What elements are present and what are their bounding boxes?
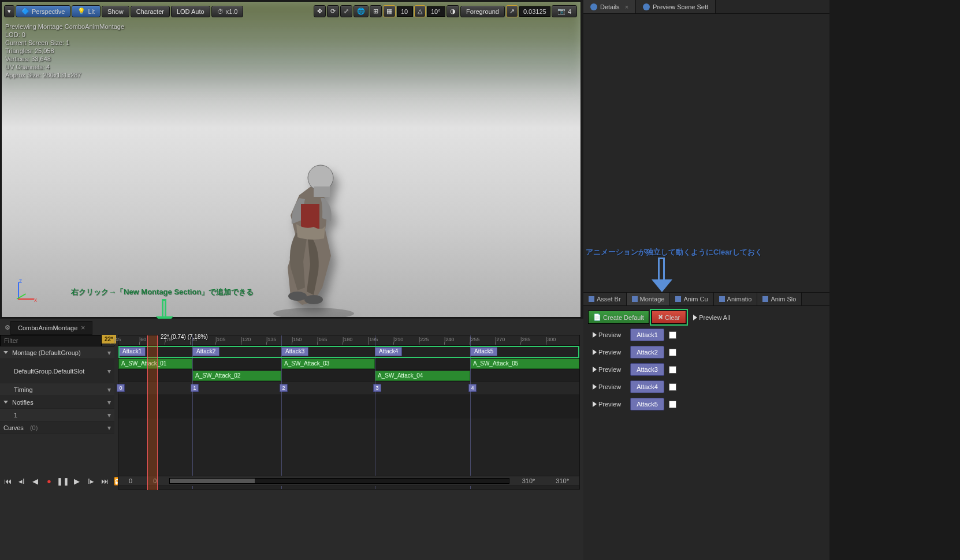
step-forward-icon[interactable]: Ⅰ▸ <box>85 476 96 486</box>
play-forward-icon[interactable]: ▶ <box>72 476 82 486</box>
play-icon <box>593 332 597 338</box>
bottom-tab[interactable]: Anim Cu <box>670 293 713 305</box>
section-checkbox[interactable] <box>669 366 676 374</box>
section-chip[interactable]: Attack3 <box>281 347 308 356</box>
track-dropdown-icon[interactable]: ▾ <box>107 411 111 419</box>
anim-clip[interactable]: A_SW_Attack_05 <box>470 359 579 369</box>
lod-button[interactable]: LOD Auto <box>171 6 210 17</box>
section-checkbox[interactable] <box>669 383 676 391</box>
section-name-chip[interactable]: Attack5 <box>630 398 664 410</box>
track-timing[interactable]: Timing ▾ <box>0 383 114 396</box>
track-slot[interactable]: DefaultGroup.DefaultSlot ▾ <box>0 359 114 383</box>
section-name-chip[interactable]: Attack3 <box>630 363 664 376</box>
timeline-panel: ⚙ ComboAnimMontage × 🔍 22* Montage (Defa… <box>0 319 583 560</box>
viewport-menu-dropdown[interactable]: ▾ <box>4 5 14 17</box>
track-dropdown-icon[interactable]: ▾ <box>107 398 111 406</box>
bottom-tab[interactable]: Anim Slo <box>757 293 802 305</box>
montage-tab[interactable]: ComboAnimMontage × <box>10 321 92 335</box>
anim-clip[interactable]: A_SW_Attack_03 <box>281 359 375 369</box>
timeline-scrubber[interactable]: 22* (0.74) (7.18%) <box>147 335 158 490</box>
track-dropdown-icon[interactable]: ▾ <box>107 386 111 394</box>
character-button[interactable]: Character <box>131 6 170 17</box>
angle-snap-toggle[interactable]: △ <box>414 5 426 17</box>
playback-speed-button[interactable]: ⏱x1.0 <box>211 6 244 17</box>
preview-all-button[interactable]: Preview All <box>689 312 735 323</box>
track-filter-input[interactable] <box>0 335 102 346</box>
viewport-toolbar-right: ✥ ⟳ ⤢ 🌐 ⊞ ▦ 10 △ 10° ◑ Foreground ↗ 0.03… <box>314 5 577 17</box>
bottom-tab[interactable]: Montage <box>627 293 671 305</box>
clear-button[interactable]: ✖Clear <box>652 311 686 324</box>
timing-marker[interactable]: 0 <box>117 384 125 392</box>
perspective-button[interactable]: 🔷Perspective <box>16 5 70 17</box>
step-back-icon[interactable]: ◂Ⅰ <box>16 476 27 486</box>
anim-clip-row[interactable]: A_SW_Attack_01A_SW_Attack_03A_SW_Attack_… <box>118 358 579 370</box>
anim-clip[interactable]: A_SW_Attack_04 <box>375 371 470 381</box>
grid-snap-toggle[interactable]: ▦ <box>383 5 396 17</box>
track-notifies[interactable]: Notifies ▾ <box>0 396 114 409</box>
section-chip[interactable]: Attack4 <box>375 347 402 356</box>
section-checkbox[interactable] <box>669 401 676 408</box>
track-notify-1[interactable]: 1 ▾ <box>0 409 114 421</box>
scale-snap-toggle[interactable]: ↗ <box>506 5 518 17</box>
viewport-3d[interactable]: ▾ 🔷Perspective 💡Lit Show Character LOD A… <box>1 1 581 318</box>
track-list: Montage (DefaultGroup) ▾ DefaultGroup.De… <box>0 346 114 434</box>
timeline-canvas[interactable]: |45|60|75|90|105|120|135|150|165|180|195… <box>118 335 580 490</box>
pause-icon[interactable]: ❚❚ <box>58 476 68 486</box>
tab-preview-scene[interactable]: Preview Scene Sett <box>636 0 716 13</box>
play-reverse-icon[interactable]: ◀ <box>30 476 40 486</box>
create-default-button[interactable]: 📄Create Default <box>588 311 649 324</box>
track-dropdown-icon[interactable]: ▾ <box>107 349 111 357</box>
section-chip[interactable]: Attack1 <box>118 347 146 356</box>
section-chip[interactable]: Attack2 <box>192 347 219 356</box>
record-icon[interactable]: ● <box>44 476 54 486</box>
to-start-icon[interactable]: ⏮ <box>2 476 13 486</box>
section-chip[interactable]: Attack5 <box>470 347 497 356</box>
angle-snap-value[interactable]: 10° <box>427 6 445 17</box>
anim-clip[interactable]: A_SW_Attack_02 <box>192 371 281 381</box>
scale-snap-value[interactable]: 0.03125 <box>519 6 550 17</box>
preview-section-button[interactable]: Preview <box>588 346 626 358</box>
bottom-tab[interactable]: Asset Br <box>583 293 627 305</box>
preview-section-button[interactable]: Preview <box>588 398 626 410</box>
svg-point-3 <box>288 292 307 301</box>
preview-section-button[interactable]: Preview <box>588 364 626 375</box>
track-curves[interactable]: Curves (0) ▾ <box>0 421 114 434</box>
close-tab-icon[interactable]: × <box>81 324 85 332</box>
track-dropdown-icon[interactable]: ▾ <box>107 367 111 375</box>
to-end-icon[interactable]: ⏭ <box>99 476 110 486</box>
section-name-chip[interactable]: Attack1 <box>630 328 664 341</box>
show-button[interactable]: Show <box>102 6 129 17</box>
snap-toggle-icon[interactable]: ⊞ <box>370 5 382 17</box>
viewport-toolbar-left: ▾ 🔷Perspective 💡Lit Show Character LOD A… <box>4 5 243 17</box>
move-gizmo-icon[interactable]: ✥ <box>314 5 326 17</box>
notify-row[interactable] <box>118 406 579 419</box>
layer-icon[interactable]: ◑ <box>446 5 459 17</box>
section-name-chip[interactable]: Attack2 <box>630 346 664 359</box>
section-name-chip[interactable]: Attack4 <box>630 380 664 393</box>
section-checkbox[interactable] <box>669 349 676 356</box>
bottom-tab[interactable]: Animatio <box>714 293 758 305</box>
close-icon[interactable]: × <box>625 3 628 10</box>
preview-section-button[interactable]: Preview <box>588 329 626 341</box>
tab-details[interactable]: Details× <box>583 0 636 13</box>
play-icon <box>693 315 697 320</box>
montage-section-row: PreviewAttack3 <box>588 363 825 376</box>
lit-button[interactable]: 💡Lit <box>72 5 101 17</box>
montage-sections-row[interactable]: Attack1Attack2Attack3Attack4Attack5 <box>118 346 579 358</box>
section-checkbox[interactable] <box>669 331 676 339</box>
scale-gizmo-icon[interactable]: ⤢ <box>340 5 352 17</box>
coord-space-icon[interactable]: 🌐 <box>354 5 369 17</box>
montage-section-row: PreviewAttack1 <box>588 328 825 341</box>
preview-section-button[interactable]: Preview <box>588 381 626 393</box>
timeline-scrollbar[interactable] <box>169 478 509 484</box>
timing-row[interactable]: 01234 <box>118 382 579 394</box>
layer-dropdown[interactable]: Foreground <box>460 6 505 17</box>
track-dropdown-icon[interactable]: ▾ <box>107 424 111 432</box>
track-montage-group[interactable]: Montage (DefaultGroup) ▾ <box>0 346 114 359</box>
annotation-right: アニメーションが独立して動くようにClearしておく <box>586 247 762 257</box>
camera-speed-button[interactable]: 📷4 <box>552 5 577 17</box>
rotate-gizmo-icon[interactable]: ⟳ <box>327 5 339 17</box>
grid-snap-value[interactable]: 10 <box>397 6 413 17</box>
playhead-scrollbar[interactable]: 0 0 310* 310* <box>118 476 580 486</box>
anim-clip-row[interactable]: A_SW_Attack_02A_SW_Attack_04 <box>118 370 579 382</box>
